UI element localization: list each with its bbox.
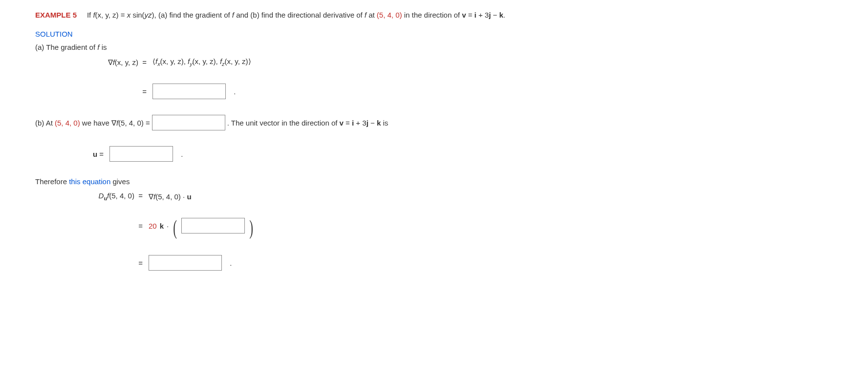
example-label: EXAMPLE 5 (35, 11, 77, 19)
therefore-line: Therefore this equation gives (35, 176, 839, 187)
part-a-intro: (a) The gradient of f is (35, 42, 839, 52)
unit-vector-row: u = . (84, 139, 839, 169)
answer-input-grad[interactable] (152, 84, 226, 99)
answer-input-dot-factor[interactable] (181, 218, 245, 233)
final-answer-row: = . (65, 248, 839, 277)
grad-def-row: f(x, y, z) = fx(x, y, z), fy(x, y, z), f… (55, 55, 839, 69)
answer-input-unit-vector[interactable] (109, 146, 173, 162)
grad-answer-row: = . (55, 77, 839, 106)
prompt-text: If f(x, y, z) = x sin(yz), (a) find the … (87, 11, 505, 19)
solution-label: SOLUTION (35, 29, 839, 39)
answer-input-grad-at-point[interactable] (152, 115, 225, 130)
twentyk-row: = 20k · ( ) (65, 211, 839, 240)
answer-input-final[interactable] (149, 255, 222, 271)
part-b-line: (b) At (5, 4, 0) we have f(5, 4, 0) = . … (35, 115, 839, 130)
this-equation-link[interactable]: this equation (69, 177, 110, 186)
example-prompt: EXAMPLE 5 If f(x, y, z) = x sin(yz), (a)… (35, 10, 839, 20)
duf-def-row: Duf(5, 4, 0) = f(5, 4, 0) · u (65, 190, 839, 203)
